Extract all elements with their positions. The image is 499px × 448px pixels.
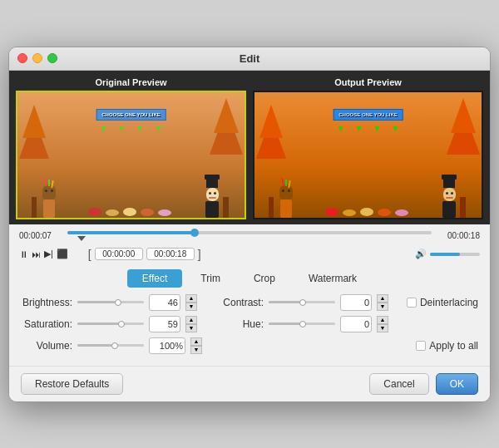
saturation-input[interactable] — [149, 316, 180, 332]
volume-slider[interactable] — [77, 344, 144, 347]
contrast-label: Contrast: — [212, 297, 264, 308]
time-range: [ ] — [88, 248, 201, 261]
volume-down[interactable]: ▼ — [190, 346, 202, 354]
contrast-thumb[interactable] — [299, 299, 306, 306]
arrows-output: ▼ ▼ ▼ ▼ — [337, 124, 400, 133]
banner-output: CHOOSE ONE YOU LIKE — [333, 109, 403, 121]
contrast-slider[interactable] — [269, 301, 335, 303]
brightness-up[interactable]: ▲ — [185, 294, 197, 303]
characters-output — [254, 175, 482, 218]
original-preview-label: Original Preview — [16, 77, 246, 87]
hue-thumb[interactable] — [299, 321, 306, 327]
titlebar: Edit — [9, 47, 490, 71]
tab-effect[interactable]: Effect — [127, 269, 182, 288]
volume-label: Volume: — [21, 340, 72, 352]
timeline-marker — [77, 236, 86, 241]
volume-icon: 🔊 — [415, 249, 427, 259]
hue-label: Hue: — [212, 318, 264, 330]
tab-crop[interactable]: Crop — [239, 269, 290, 288]
brightness-input[interactable] — [149, 294, 180, 311]
transport-bar: ⏸ ⏭ ▶| ⬛ [ ] — [9, 244, 490, 264]
volume-row: Volume: ▲ ▼ Apply to all — [21, 337, 478, 354]
contrast-input[interactable] — [340, 294, 372, 311]
step-forward-button[interactable]: ▶| — [44, 249, 53, 259]
native-char-output — [279, 185, 293, 218]
deinterlacing-checkbox[interactable] — [407, 298, 417, 308]
brightness-down[interactable]: ▼ — [185, 303, 197, 311]
volume-input[interactable] — [149, 337, 185, 354]
contrast-up[interactable]: ▲ — [377, 294, 388, 303]
volume-track[interactable] — [430, 253, 480, 256]
hue-up[interactable]: ▲ — [377, 316, 388, 324]
minimize-button[interactable] — [32, 53, 42, 63]
timeline-fill — [67, 231, 195, 234]
volume-up[interactable]: ▲ — [190, 337, 202, 346]
brightness-thumb[interactable] — [115, 299, 121, 306]
saturation-label: Saturation: — [21, 318, 72, 330]
volume-slider-fill — [77, 344, 114, 347]
close-button[interactable] — [17, 53, 27, 63]
timeline-end: 00:00:18 — [437, 231, 480, 240]
brightness-label: Brightness: — [21, 297, 72, 308]
brightness-fill — [77, 301, 117, 303]
pilgrim-char-output — [442, 175, 457, 218]
edit-dialog: Edit Original Preview — [8, 47, 491, 402]
hue-down[interactable]: ▼ — [377, 324, 388, 332]
timeline-thumb[interactable] — [190, 229, 199, 237]
saturation-down[interactable]: ▼ — [185, 324, 197, 332]
hue-input[interactable] — [340, 316, 372, 332]
brightness-slider[interactable] — [77, 301, 144, 303]
contrast-fill — [269, 301, 302, 303]
timeline-wrapper — [67, 231, 432, 241]
brightness-stepper[interactable]: ▲ ▼ — [185, 294, 197, 311]
arrows-original: ▼ ▼ ▼ ▼ — [100, 124, 163, 133]
maximize-button[interactable] — [47, 53, 57, 63]
hue-stepper[interactable]: ▲ ▼ — [377, 316, 388, 332]
timeline-start: 00:00:07 — [19, 231, 62, 240]
original-preview-frame: CHOOSE ONE YOU LIKE ▼ ▼ ▼ ▼ — [16, 91, 246, 219]
pause-button[interactable]: ⏸ — [19, 249, 28, 259]
characters-original — [17, 175, 245, 218]
original-preview-panel: Original Preview — [16, 77, 246, 219]
hue-fill — [269, 322, 302, 325]
timeline: 00:00:07 00:00:18 — [9, 224, 490, 244]
range-start-input[interactable] — [95, 248, 143, 260]
restore-defaults-button[interactable]: Restore Defaults — [21, 373, 123, 395]
contrast-stepper[interactable]: ▲ ▼ — [377, 294, 388, 311]
apply-all-checkbox[interactable] — [416, 341, 426, 351]
deinterlacing-wrapper: Deinterlacing — [407, 297, 478, 308]
range-end-input[interactable] — [146, 248, 195, 260]
output-preview-frame: CHOOSE ONE YOU LIKE ▼ ▼ ▼ ▼ — [253, 91, 483, 219]
scene-output: CHOOSE ONE YOU LIKE ▼ ▼ ▼ ▼ — [254, 92, 482, 218]
saturation-up[interactable]: ▲ — [185, 316, 197, 324]
settings-panel: Brightness: ▲ ▼ Contrast: ▲ — [9, 291, 490, 362]
saturation-slider[interactable] — [77, 322, 144, 325]
saturation-row: Saturation: ▲ ▼ Hue: ▲ — [21, 316, 478, 332]
contrast-down[interactable]: ▼ — [377, 303, 388, 311]
preview-separator — [248, 77, 251, 219]
bracket-close: ] — [198, 248, 201, 261]
stop-button[interactable]: ⬛ — [57, 249, 68, 259]
food-items — [88, 208, 171, 218]
preview-area: Original Preview — [9, 71, 490, 224]
volume-slider-thumb[interactable] — [111, 342, 118, 349]
volume-stepper[interactable]: ▲ ▼ — [190, 337, 202, 354]
tab-trim[interactable]: Trim — [185, 269, 235, 288]
traffic-lights — [17, 53, 57, 63]
tab-watermark[interactable]: Watermark — [294, 269, 372, 288]
cancel-button[interactable]: Cancel — [369, 373, 428, 395]
hue-slider[interactable] — [269, 322, 335, 325]
saturation-thumb[interactable] — [118, 321, 125, 327]
deinterlacing-label: Deinterlacing — [420, 297, 478, 308]
ok-button[interactable]: OK — [436, 373, 478, 395]
next-frame-button[interactable]: ⏭ — [32, 249, 41, 259]
timeline-track[interactable] — [67, 231, 432, 234]
volume-fill — [430, 253, 460, 256]
pilgrim-char — [205, 175, 220, 218]
saturation-stepper[interactable]: ▲ ▼ — [185, 316, 197, 332]
output-preview-label: Output Preview — [253, 77, 483, 87]
food-items-output — [325, 208, 408, 218]
transport-buttons: ⏸ ⏭ ▶| ⬛ — [19, 249, 68, 259]
right-buttons: Cancel OK — [369, 373, 478, 395]
apply-all-wrapper: Apply to all — [416, 340, 478, 352]
